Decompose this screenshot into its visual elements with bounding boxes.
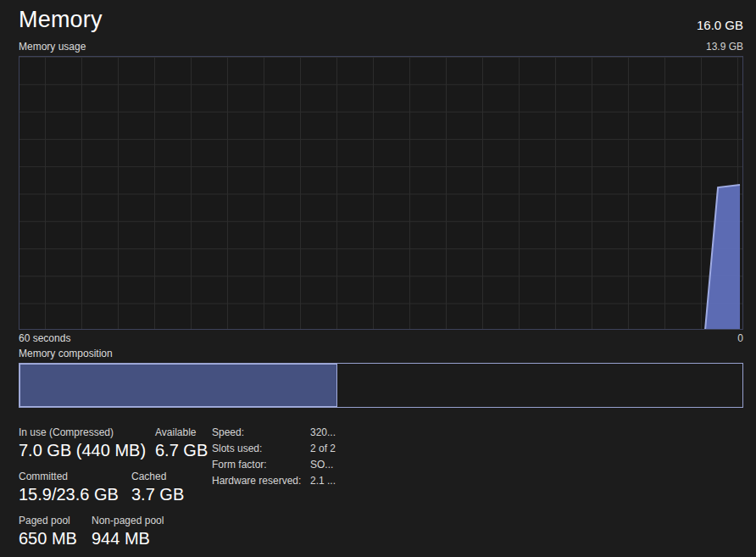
stat-value: 6.7 GB: [155, 441, 208, 460]
usage-area-chart: [19, 57, 742, 329]
memory-usage-label: Memory usage: [19, 41, 86, 53]
detail-label: Form factor:: [212, 459, 310, 471]
stat-cell-in-use: In use (Compressed) 7.0 GB (440 MB): [19, 426, 146, 460]
detail-value: 320...: [310, 426, 336, 438]
stat-cell-cached: Cached 3.7 GB: [131, 471, 184, 504]
stat-value: 650 MB: [19, 529, 77, 549]
memory-usage-chart[interactable]: [19, 56, 743, 330]
stat-label: Paged pool: [19, 515, 77, 526]
stat-label: In use (Compressed): [19, 426, 146, 438]
page-title: Memory: [19, 7, 103, 33]
total-memory-value: 16.0 GB: [697, 18, 743, 32]
stat-cell-available: Available 6.7 GB: [155, 426, 208, 460]
stat-cell-committed: Committed 15.9/23.6 GB: [19, 471, 119, 504]
usage-area-fill: [705, 185, 740, 329]
hardware-details: Speed: 320... Slots used: 2 of 2 Form fa…: [212, 426, 336, 487]
detail-label: Slots used:: [212, 443, 310, 454]
memory-performance-pane: Memory 16.0 GB Memory usage 13.9 GB 60 s…: [0, 0, 756, 557]
detail-value: 2.1 ...: [310, 475, 336, 487]
stat-label: Non-paged pool: [92, 515, 164, 526]
composition-segment-in-use: [19, 364, 337, 407]
stat-label: Available: [155, 426, 208, 438]
stat-value: 15.9/23.6 GB: [19, 485, 119, 504]
stat-value: 7.0 GB (440 MB): [19, 441, 146, 460]
stat-value: 944 MB: [92, 529, 164, 549]
detail-value: SO...: [310, 459, 336, 471]
detail-label: Hardware reserved:: [212, 475, 310, 487]
stat-cell-paged-pool: Paged pool 650 MB: [19, 515, 77, 549]
stat-value: 3.7 GB: [131, 485, 184, 504]
stat-cell-non-paged-pool: Non-paged pool 944 MB: [92, 515, 164, 549]
stat-label: Cached: [131, 471, 184, 482]
detail-value: 2 of 2: [310, 443, 336, 454]
memory-composition-bar[interactable]: [19, 363, 743, 408]
memory-composition-label: Memory composition: [19, 348, 113, 359]
stat-label: Committed: [19, 471, 119, 482]
time-axis-left-label: 60 seconds: [19, 332, 70, 344]
detail-label: Speed:: [212, 426, 310, 438]
time-axis-right-label: 0: [737, 332, 743, 344]
memory-usage-max-label: 13.9 GB: [706, 41, 743, 53]
